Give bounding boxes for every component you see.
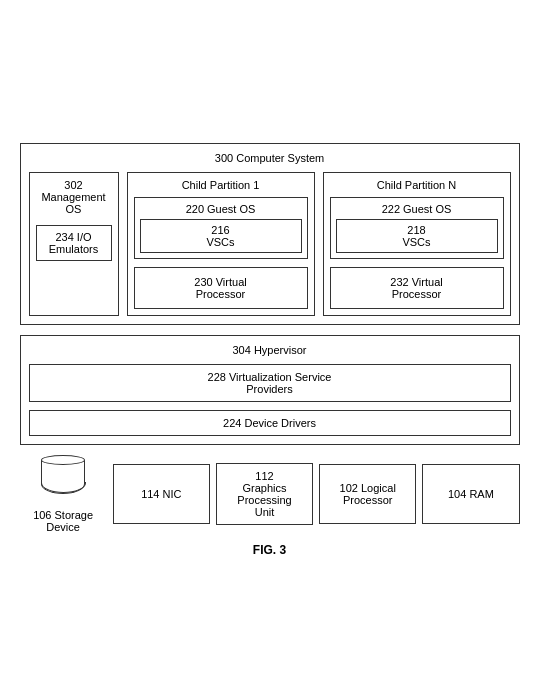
- vscs-1-label: 216 VSCs: [206, 224, 234, 248]
- io-emulators-box: 234 I/O Emulators: [36, 225, 112, 261]
- vsp-label: 228 Virtualization Service Providers: [208, 371, 332, 395]
- management-os-label: 302ManagementOS: [36, 179, 112, 215]
- guest-os-n-box: 222 Guest OS 218 VSCs: [330, 197, 504, 259]
- diagram-page: 300 Computer System 302ManagementOS 234 …: [10, 133, 530, 567]
- gpu-box: 112 Graphics Processing Unit: [216, 463, 313, 525]
- child-partitions-area: Child Partition 1 220 Guest OS 216 VSCs …: [127, 172, 511, 316]
- storage-device: 106 StorageDevice: [20, 455, 107, 533]
- cylinder-top: [41, 455, 85, 465]
- child-partition-n: Child Partition N 222 Guest OS 218 VSCs …: [323, 172, 511, 316]
- ram-label: 104 RAM: [448, 488, 494, 500]
- guest-os-1-box: 220 Guest OS 216 VSCs: [134, 197, 308, 259]
- child-partition-n-label: Child Partition N: [330, 179, 504, 191]
- virtual-processor-n-box: 232 Virtual Processor: [330, 267, 504, 309]
- vscs-1-box: 216 VSCs: [140, 219, 302, 253]
- top-content-area: 302ManagementOS 234 I/O Emulators Child …: [29, 172, 511, 316]
- storage-label: 106 StorageDevice: [33, 509, 93, 533]
- management-os-box: 302ManagementOS 234 I/O Emulators: [29, 172, 119, 316]
- cylinder-body: [41, 460, 85, 494]
- virtual-processor-1-label: 230 Virtual Processor: [194, 276, 246, 300]
- computer-system-box: 300 Computer System 302ManagementOS 234 …: [20, 143, 520, 325]
- device-drivers-label: 224 Device Drivers: [223, 417, 316, 429]
- ram-box: 104 RAM: [422, 464, 519, 524]
- io-emulators-label: 234 I/O Emulators: [49, 231, 99, 255]
- hypervisor-box: 304 Hypervisor 228 Virtualization Servic…: [20, 335, 520, 445]
- gpu-label: 112 Graphics Processing Unit: [237, 470, 291, 518]
- hardware-row: 106 StorageDevice 114 NIC 112 Graphics P…: [20, 455, 520, 533]
- hypervisor-label: 304 Hypervisor: [29, 344, 511, 356]
- child-partition-1: Child Partition 1 220 Guest OS 216 VSCs …: [127, 172, 315, 316]
- guest-os-n-label: 222 Guest OS: [336, 203, 498, 215]
- cylinder-icon: [41, 455, 85, 505]
- vsp-box: 228 Virtualization Service Providers: [29, 364, 511, 402]
- vscs-n-label: 218 VSCs: [402, 224, 430, 248]
- device-drivers-box: 224 Device Drivers: [29, 410, 511, 436]
- nic-box: 114 NIC: [113, 464, 210, 524]
- logical-processor-box: 102 Logical Processor: [319, 464, 416, 524]
- vscs-n-box: 218 VSCs: [336, 219, 498, 253]
- child-partition-1-label: Child Partition 1: [134, 179, 308, 191]
- management-os-column: 302ManagementOS 234 I/O Emulators: [29, 172, 119, 316]
- guest-os-1-label: 220 Guest OS: [140, 203, 302, 215]
- figure-label: FIG. 3: [20, 543, 520, 557]
- virtual-processor-1-box: 230 Virtual Processor: [134, 267, 308, 309]
- logical-processor-label: 102 Logical Processor: [340, 482, 396, 506]
- computer-system-label: 300 Computer System: [29, 152, 511, 164]
- nic-label: 114 NIC: [141, 488, 181, 500]
- virtual-processor-n-label: 232 Virtual Processor: [390, 276, 442, 300]
